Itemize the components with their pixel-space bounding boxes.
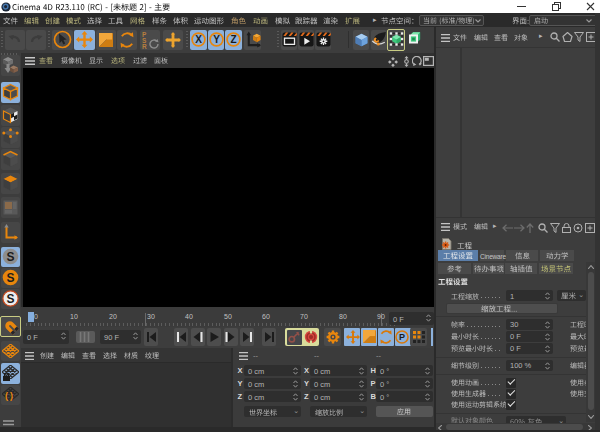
svg-text:S: S (6, 292, 14, 306)
svg-text:S: S (6, 271, 14, 285)
svg-text:Z: Z (230, 34, 236, 45)
svg-text:S: S (6, 250, 14, 264)
svg-text:X: X (195, 34, 202, 45)
svg-text:Y: Y (213, 34, 220, 45)
svg-text:P: P (399, 332, 405, 342)
